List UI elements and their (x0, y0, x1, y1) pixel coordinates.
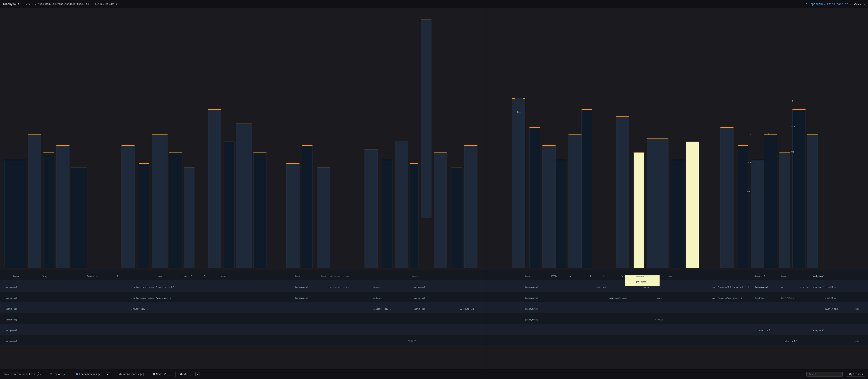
show-how-button[interactable]: Show how to use this ? (3, 373, 40, 376)
svg-rect-19 (169, 152, 183, 268)
nodejs-dot (153, 373, 155, 375)
svg-text:[ano...: [ano... (373, 286, 381, 288)
filter-dependencies[interactable]: Dependencies (75, 373, 101, 376)
svg-rect-88 (807, 135, 818, 135)
svg-rect-71 (671, 160, 684, 268)
svg-rect-12 (71, 167, 87, 167)
svg-rect-73 (686, 142, 699, 268)
svg-text:./router.js:1:1: ./router.js:1:1 (130, 308, 148, 310)
svg-rect-35 (317, 167, 330, 268)
svg-text:pop...: pop... (746, 191, 753, 193)
svg-rect-5 (28, 135, 41, 268)
svg-rect-51 (512, 98, 525, 268)
server-checkbox[interactable] (63, 373, 66, 376)
svg-rect-81 (764, 135, 777, 268)
svg-rect-22 (184, 167, 194, 167)
top-bar-right: In Dependency (finalhandler). 2.6% × (804, 2, 865, 6)
webassembly-label: WebAssembly (123, 373, 139, 376)
toolbar-divider-4 (148, 372, 148, 377)
svg-rect-26 (224, 142, 234, 142)
svg-rect-1 (421, 19, 431, 217)
svg-text:NODE: NODE (855, 308, 859, 310)
svg-text:cluster.fork: cluster.fork (825, 308, 838, 310)
svg-rect-55 (542, 145, 556, 268)
svg-rect-33 (302, 145, 312, 268)
svg-rect-27 (236, 124, 252, 268)
svg-rect-9 (56, 145, 69, 268)
svg-rect-83 (779, 152, 790, 268)
svg-text:./index.js:1:1: ./index.js:1:1 (781, 340, 798, 342)
search-input[interactable] (806, 372, 843, 377)
svg-text:[anony...: [anony... (642, 286, 653, 288)
dependencies-checkbox[interactable] (98, 373, 101, 376)
svg-text:[anonymous]: [anonymous] (525, 319, 538, 321)
svg-text:[ano...: [ano... (321, 275, 330, 277)
svg-text:forE...: forE... (790, 126, 798, 128)
svg-rect-37 (365, 149, 378, 268)
svg-text:../../express/lib/express.js:1: ../../express/lib/express.js:1:1 (712, 286, 749, 288)
flame-chart-svg[interactable]: T... T... forE... pop... (0, 8, 868, 369)
svg-text:[anonymous]: [anonymous] (4, 297, 17, 299)
svg-rect-3 (4, 160, 26, 268)
svg-rect-54 (530, 127, 540, 128)
nodejs-checkbox[interactable] (168, 373, 171, 376)
svg-text:EXPRESS: EXPRESS (655, 319, 663, 321)
server-dot (50, 373, 52, 375)
svg-rect-30 (254, 152, 267, 153)
svg-text:NODE: NODE (855, 340, 859, 342)
flame-graph-area[interactable]: T... T... forE... pop... (0, 8, 868, 369)
svg-rect-50 (464, 145, 477, 146)
svg-text:R...: R... (117, 275, 122, 277)
filter-webassembly[interactable]: WebAssembly (119, 373, 144, 376)
top-bar-left: (anonymous) ../../../node_modules/finalh… (3, 2, 117, 6)
svg-text:[anonymous]: [anonymous] (4, 340, 17, 342)
close-button[interactable]: × (864, 2, 865, 6)
svg-rect-25 (224, 142, 234, 268)
svg-rect-97 (0, 324, 868, 335)
svg-text:[anoy...: [anoy... (13, 275, 23, 277)
options-label: Options (849, 373, 861, 376)
svg-rect-53 (530, 127, 540, 268)
svg-text:get: get (781, 286, 785, 288)
v8-checkbox[interactable] (188, 373, 191, 376)
svg-text:R...: R... (764, 275, 768, 277)
svg-text:[anonymous]: [anonymous] (295, 297, 308, 299)
bottom-toolbar: Show how to use this ? server Dependenci… (0, 369, 868, 379)
filter-nodejs[interactable]: Node JS (153, 373, 171, 376)
svg-rect-2 (421, 19, 431, 20)
svg-text:loadParser: loadParser (755, 297, 767, 299)
options-button[interactable]: Options ⊞ (847, 372, 865, 377)
v8-dot (180, 373, 183, 375)
svg-text:[anonymous]: [anonymous] (4, 308, 17, 310)
filter-server[interactable]: server (50, 373, 67, 376)
svg-text:S...: S... (603, 275, 608, 277)
svg-text:[anonymous]: [anonymous] (636, 281, 649, 283)
show-how-label: Show how to use this (3, 373, 35, 376)
svg-text:NODE: NODE (221, 275, 226, 277)
svg-rect-7 (43, 152, 54, 268)
toolbar-divider-2 (71, 372, 71, 377)
svg-rect-36 (317, 167, 330, 167)
svg-text:./controllers/renderer/rendere: ./controllers/renderer/renderer.js:1:1 (130, 286, 174, 288)
dependencies-expand-button[interactable]: ▶ (106, 372, 110, 376)
svg-text:./server.js:1:1: ./server.js:1:1 (755, 329, 773, 332)
svg-rect-80 (751, 160, 764, 160)
file-path: ../../../node_modules/finalhandler/index… (24, 2, 117, 5)
svg-text:index.js: index.js (373, 297, 382, 299)
webassembly-checkbox[interactable] (141, 373, 144, 376)
svg-text:[anonymous]: [anonymous] (412, 297, 425, 299)
dependencies-label: Dependencies (79, 373, 97, 376)
svg-text:[anonymous]: [anonymous] (812, 275, 824, 277)
more-filters-button[interactable]: ▶ (195, 372, 199, 376)
svg-rect-42 (395, 142, 408, 142)
svg-rect-87 (807, 135, 818, 268)
svg-text:[anonymous]: [anonymous] (412, 286, 425, 288)
svg-text:[anonymous]: [anonymous] (755, 286, 768, 288)
svg-text:[anonymous]: [anonymous] (87, 275, 99, 277)
svg-rect-84 (779, 152, 790, 153)
filter-v8[interactable]: V8 (180, 373, 191, 376)
svg-text:[ano...: [ano... (568, 275, 577, 277)
svg-text:P...: P... (590, 275, 595, 277)
svg-text:[anonymous]: [anonymous] (525, 308, 538, 310)
svg-rect-65 (616, 116, 629, 268)
